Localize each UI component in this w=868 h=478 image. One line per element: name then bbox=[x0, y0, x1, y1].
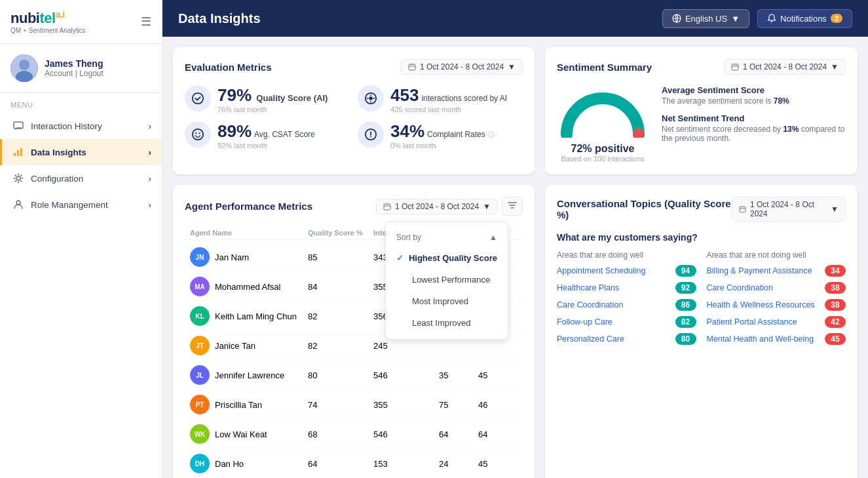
list-item: Care Coordination 86 bbox=[557, 299, 696, 311]
sort-header: Sort by ▲ bbox=[386, 228, 508, 247]
sort-lowest-performance[interactable]: Lowest Performance bbox=[386, 269, 508, 290]
svg-point-7 bbox=[16, 176, 20, 180]
chat-icon bbox=[12, 120, 24, 132]
quality-score-value: 79% Quality Score (AI) bbox=[217, 85, 328, 106]
agent-name-cell: JN Jan Nam bbox=[190, 247, 308, 267]
agent-interactions: 245 bbox=[373, 341, 439, 351]
notifications-button[interactable]: Notifications 2 bbox=[757, 9, 852, 28]
gauge-sub-text: Based on 100 interactions bbox=[557, 155, 649, 163]
filter-button[interactable] bbox=[502, 197, 523, 216]
not-doing-well-label: Areas that are not doing well bbox=[707, 250, 846, 260]
topics-columns: Areas that are doing well Appointment Sc… bbox=[557, 250, 846, 350]
sidebar-item-role-management[interactable]: Role Manangement › bbox=[0, 191, 162, 218]
main-content: Data Insights English US ▼ Notifications… bbox=[162, 0, 868, 478]
agent-col5: 64 bbox=[478, 429, 518, 439]
sidebar: nubitela.i QM + Sentiment Analytics ☰ Ja… bbox=[0, 0, 162, 478]
agent-date-filter[interactable]: 1 Oct 2024 - 8 Oct 2024 ▼ bbox=[376, 199, 498, 214]
complaint-icon bbox=[358, 121, 384, 148]
topbar-right: English US ▼ Notifications 2 bbox=[662, 9, 852, 28]
metric-quality-score: 79% Quality Score (AI) 76% last month bbox=[185, 85, 350, 113]
user-card: James Theng Account | Logout bbox=[0, 44, 162, 93]
agent-interactions: 355 bbox=[373, 400, 439, 410]
gauge-container: 72% positive Based on 100 interactions bbox=[557, 85, 649, 163]
hamburger-icon[interactable]: ☰ bbox=[141, 14, 151, 29]
sidebar-item-data-insights[interactable]: Data Insights › bbox=[0, 139, 162, 165]
topics-doing-well-col: Areas that are doing well Appointment Sc… bbox=[557, 250, 696, 350]
metric-csat: 89% Avg. CSAT Score 92% last month bbox=[185, 121, 350, 149]
sentiment-date-filter[interactable]: 1 Oct 2024 - 8 Oct 2024 ▼ bbox=[724, 59, 846, 75]
table-row: JL Jennifer Lawrence 80 546 35 45 bbox=[185, 361, 523, 390]
chevron-right-icon: › bbox=[149, 121, 152, 131]
topic-link[interactable]: Healthcare Plans bbox=[557, 283, 619, 292]
metric-ai-scored: 453 interactions scored by AI 435 scored… bbox=[358, 85, 523, 113]
topic-badge: 45 bbox=[825, 333, 846, 345]
agent-interactions: 546 bbox=[373, 370, 439, 380]
avg-score-title: Average Sentiment Score bbox=[662, 85, 846, 95]
topic-link[interactable]: Billing & Payment Assistance bbox=[707, 266, 812, 275]
metric-complaint-rates: 34% Complaint Rates ⓘ 0% last month bbox=[358, 121, 523, 149]
topic-link[interactable]: Care Coordination bbox=[707, 283, 773, 292]
list-item: Personalized Care 80 bbox=[557, 333, 696, 345]
svg-point-13 bbox=[369, 96, 372, 100]
topics-title: Conversational Topics (Quality Score %) bbox=[557, 198, 732, 220]
topic-link[interactable]: Follow-up Care bbox=[557, 317, 613, 327]
agent-interactions: 546 bbox=[373, 429, 439, 439]
chevron-right-icon: › bbox=[149, 200, 152, 210]
topic-link[interactable]: Appointment Scheduling bbox=[557, 266, 646, 275]
chevron-down-icon: ▼ bbox=[831, 205, 839, 214]
list-item: Appointment Scheduling 94 bbox=[557, 265, 696, 277]
chevron-down-icon: ▼ bbox=[508, 62, 516, 71]
sidebar-item-interaction-history[interactable]: Interaction History › bbox=[0, 113, 162, 139]
agent-quality: 80 bbox=[308, 370, 373, 380]
trend-title: Net Sentiment Trend bbox=[662, 113, 846, 123]
conversational-topics-card: Conversational Topics (Quality Score %) … bbox=[545, 185, 858, 478]
agent-col5: 45 bbox=[478, 370, 518, 380]
user-links[interactable]: Account | Logout bbox=[45, 69, 104, 78]
topics-date-filter[interactable]: 1 Oct 2024 - 8 Oct 2024 ▼ bbox=[732, 197, 846, 222]
gauge-positive-value: 72% positive bbox=[557, 143, 649, 155]
agent-avatar: KL bbox=[190, 306, 210, 326]
sort-most-improved[interactable]: Most Improved bbox=[386, 290, 508, 312]
agent-quality: 64 bbox=[308, 459, 373, 469]
agent-col4: 35 bbox=[439, 370, 478, 380]
settings-icon bbox=[12, 172, 24, 184]
list-item: Patient Portal Assistance 42 bbox=[707, 316, 846, 328]
eval-metrics-header: Evaluation Metrics 1 Oct 2024 - 8 Oct 20… bbox=[185, 59, 523, 75]
info-icon[interactable]: ⓘ bbox=[488, 130, 495, 140]
topic-badge: 38 bbox=[825, 282, 846, 294]
agent-name: Jennifer Lawrence bbox=[215, 370, 284, 380]
agent-name: Priscillia Tan bbox=[215, 400, 262, 410]
topic-link[interactable]: Care Coordination bbox=[557, 300, 623, 309]
svg-point-14 bbox=[193, 129, 203, 140]
topic-badge: 86 bbox=[675, 299, 696, 311]
sentiment-header: Sentiment Summary 1 Oct 2024 - 8 Oct 202… bbox=[557, 59, 846, 75]
svg-rect-21 bbox=[740, 207, 745, 212]
agent-quality: 82 bbox=[308, 341, 373, 351]
eval-metrics-date-filter[interactable]: 1 Oct 2024 - 8 Oct 2024 ▼ bbox=[401, 59, 523, 75]
topic-link[interactable]: Mental Health and Well-being bbox=[707, 334, 814, 344]
topic-link[interactable]: Health & Wellness Resources bbox=[707, 300, 815, 309]
topic-badge: 34 bbox=[825, 265, 846, 277]
sidebar-item-configuration[interactable]: Configuration › bbox=[0, 165, 162, 191]
language-button[interactable]: English US ▼ bbox=[662, 9, 749, 28]
agent-name: Low Wai Keat bbox=[215, 429, 267, 439]
topic-badge: 42 bbox=[825, 316, 846, 328]
eval-metrics-grid: 79% Quality Score (AI) 76% last month 45… bbox=[185, 85, 523, 149]
svg-rect-20 bbox=[384, 204, 390, 210]
svg-rect-5 bbox=[17, 150, 19, 156]
agent-name: Keith Lam Ming Chun bbox=[215, 311, 297, 321]
topic-link[interactable]: Patient Portal Assistance bbox=[707, 317, 797, 327]
sort-highest-quality[interactable]: ✓ Highest Quality Score bbox=[386, 247, 508, 269]
agent-avatar: JN bbox=[190, 247, 210, 267]
sort-dropdown: Sort by ▲ ✓ Highest Quality Score Lowest… bbox=[385, 222, 508, 340]
topic-link[interactable]: Personalized Care bbox=[557, 334, 624, 344]
svg-rect-6 bbox=[20, 148, 22, 156]
agent-col5: 46 bbox=[478, 400, 518, 410]
sort-least-improved[interactable]: Least Improved bbox=[386, 312, 508, 334]
list-item: Health & Wellness Resources 38 bbox=[707, 299, 846, 311]
chevron-down-icon: ▼ bbox=[483, 202, 491, 211]
agent-avatar: JT bbox=[190, 336, 210, 355]
agent-quality: 74 bbox=[308, 400, 373, 410]
avatar bbox=[10, 54, 38, 82]
svg-point-15 bbox=[195, 132, 197, 134]
